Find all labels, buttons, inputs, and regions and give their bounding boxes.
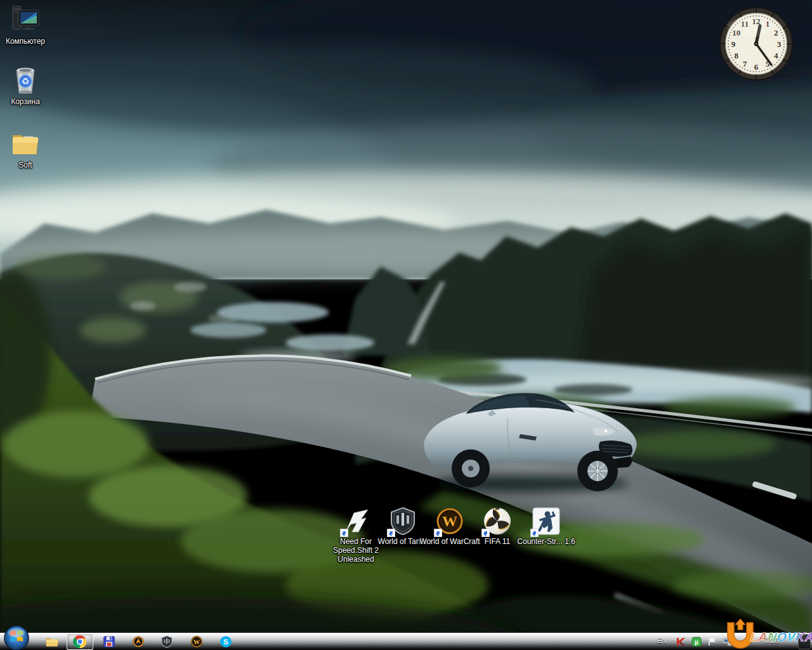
windows-start-orb-icon: [4, 625, 29, 650]
svg-text:7: 7: [743, 59, 747, 69]
chrome-icon: [73, 635, 87, 649]
taskbar-chrome-button-active[interactable]: [67, 633, 93, 650]
daemon-tools-icon: [132, 635, 145, 648]
shortcut-counter-strike[interactable]: Counter-Str... 1.6: [516, 507, 577, 546]
desktop: Компьютер ♻ Корзина: [0, 0, 812, 650]
computer-icon: [10, 5, 41, 36]
recycle-bin-icon: ♻: [10, 65, 41, 96]
taskbar-floppy-app-button[interactable]: [102, 634, 117, 649]
shortcut-arrow-icon: [434, 529, 442, 537]
taskbar[interactable]: W S EN µ: [0, 632, 812, 650]
network-tray-icon[interactable]: [722, 636, 733, 647]
shortcut-arrow-icon: [481, 529, 490, 537]
svg-text:2: 2: [774, 28, 778, 37]
show-desktop-button[interactable]: [798, 634, 811, 649]
utorrent-tray-icon[interactable]: µ: [691, 636, 702, 647]
world-of-tanks-icon: [160, 635, 173, 648]
svg-text:9: 9: [731, 39, 736, 49]
taskbar-skype-button[interactable]: S: [218, 634, 233, 649]
desktop-icon-computer[interactable]: Компьютер: [0, 5, 51, 46]
svg-text:S: S: [223, 637, 228, 646]
folder-icon: [10, 129, 41, 159]
nfs-shift2-icon: [341, 507, 370, 536]
desktop-icon-label: Компьютер: [0, 37, 51, 46]
desktop-icon-recycle-bin[interactable]: ♻ Корзина: [0, 65, 51, 106]
world-of-warcraft-icon: W: [435, 507, 464, 536]
taskbar-daemon-tools-button[interactable]: [131, 634, 146, 649]
explorer-folder-icon: [45, 635, 59, 649]
desktop-icon-label: Корзина: [0, 97, 51, 106]
svg-text:8: 8: [735, 51, 739, 60]
shortcut-arrow-icon: [387, 529, 395, 537]
svg-text:µ: µ: [695, 639, 698, 646]
action-center-flag-icon[interactable]: [707, 636, 717, 647]
shortcut-arrow-icon: [340, 529, 348, 537]
shortcut-arrow-icon: [530, 529, 539, 537]
language-indicator[interactable]: EN: [657, 637, 667, 644]
skype-icon: S: [219, 635, 232, 648]
start-button[interactable]: [4, 625, 29, 650]
svg-text:6: 6: [754, 62, 759, 72]
world-of-tanks-icon: [388, 507, 417, 536]
svg-text:W: W: [193, 638, 200, 645]
kaspersky-tray-icon[interactable]: [675, 636, 686, 647]
floppy-disk-icon: [103, 635, 115, 648]
world-of-warcraft-icon: W: [190, 635, 203, 648]
desktop-icon-soft-folder[interactable]: Soft: [0, 129, 51, 169]
clock-gadget[interactable]: 12 1 2 3 4 5 6 7 8 9 10 11: [717, 4, 796, 83]
wallpaper-aston-martin-highlands: [0, 0, 812, 650]
fifa11-ball-icon: [483, 507, 512, 536]
svg-text:W: W: [442, 513, 457, 529]
taskbar-explorer-button[interactable]: [44, 634, 60, 649]
taskbar-world-of-warcraft-button[interactable]: W: [189, 634, 204, 649]
taskbar-clock[interactable]: 0:26: [765, 637, 778, 644]
shortcut-label: Counter-Str... 1.6: [516, 537, 577, 546]
desktop-icon-label: Soft: [0, 161, 51, 169]
svg-text:♻: ♻: [22, 76, 30, 86]
counter-strike-icon: [532, 507, 561, 536]
taskbar-world-of-tanks-button[interactable]: [159, 634, 174, 649]
svg-text:3: 3: [777, 39, 782, 49]
svg-text:4: 4: [774, 51, 778, 60]
